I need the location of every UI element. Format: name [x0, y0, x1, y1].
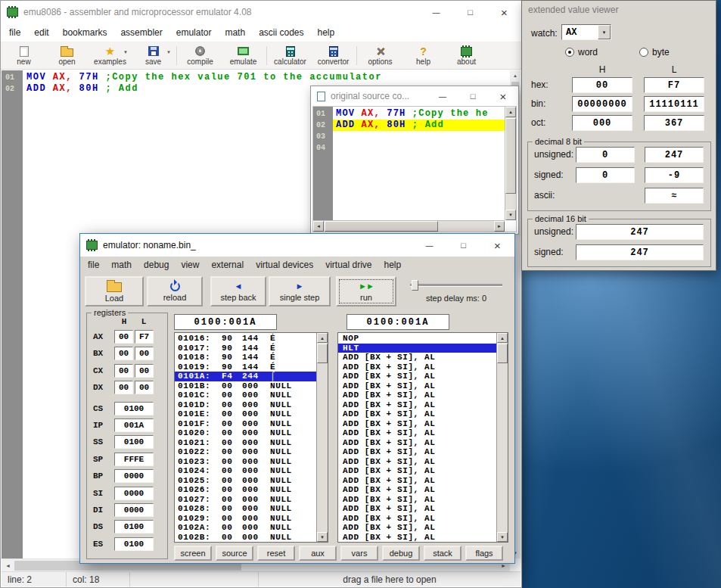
- source-code-area[interactable]: MOV AX, 77H ;Copy the heADD AX, 80H ; Ad…: [333, 107, 505, 220]
- help-button[interactable]: ?help: [402, 43, 445, 68]
- scroll-up-icon[interactable]: ▲: [317, 333, 328, 343]
- register-h-value[interactable]: 00: [114, 330, 133, 344]
- load-button[interactable]: Load: [85, 276, 144, 306]
- close-button[interactable]: ×: [487, 1, 521, 23]
- compile-button[interactable]: compile: [179, 43, 222, 68]
- disassembly-row[interactable]: ADD [BX + SI], AL: [338, 381, 496, 391]
- disassembly-row[interactable]: ADD [BX + SI], AL: [338, 438, 496, 448]
- panel-button[interactable]: debug: [382, 546, 420, 561]
- scrollbar-thumb[interactable]: [325, 221, 438, 232]
- menu-item[interactable]: edit: [27, 25, 55, 40]
- register-value[interactable]: 0100: [114, 402, 154, 415]
- register-value[interactable]: 0000: [114, 469, 154, 483]
- register-value[interactable]: 001A: [114, 418, 154, 432]
- menu-item[interactable]: help: [311, 25, 342, 40]
- register-value[interactable]: 0100: [114, 520, 154, 534]
- menu-item[interactable]: external: [205, 258, 250, 272]
- reload-button[interactable]: reload: [147, 276, 203, 306]
- register-l-value[interactable]: 00: [135, 381, 154, 394]
- scroll-left-icon[interactable]: ◄: [313, 221, 324, 232]
- menu-item[interactable]: assembler: [113, 25, 169, 40]
- disassembly-row[interactable]: ADD [BX + SI], AL: [338, 400, 496, 410]
- disassembly-list[interactable]: NOP HLT ADD [BX + SI], AL ADD [BX + SI],…: [337, 332, 508, 543]
- minimize-button[interactable]: —: [412, 234, 446, 257]
- memory-row[interactable]: 01026:00000NULL: [175, 485, 316, 495]
- maximize-button[interactable]: □: [458, 86, 488, 106]
- memory-row[interactable]: 01025:00000NULL: [175, 476, 316, 486]
- source-vertical-scrollbar[interactable]: ▲ ▼: [505, 107, 516, 220]
- scroll-right-icon[interactable]: ►: [494, 221, 505, 232]
- disassembly-row[interactable]: ADD [BX + SI], AL: [338, 485, 496, 495]
- panel-button[interactable]: source: [216, 546, 253, 561]
- register-l-value[interactable]: F7: [135, 330, 154, 344]
- memory-row[interactable]: 0102B:00000NULL: [175, 533, 316, 543]
- disassembly-row[interactable]: ADD [BX + SI], AL: [338, 533, 496, 543]
- menu-item[interactable]: bookmarks: [56, 25, 114, 40]
- menu-item[interactable]: file: [2, 25, 27, 40]
- emulate-button[interactable]: emulate: [222, 43, 265, 68]
- scrollbar-thumb[interactable]: [497, 344, 508, 363]
- scroll-down-icon[interactable]: ▼: [505, 210, 516, 220]
- close-button[interactable]: ×: [480, 234, 514, 257]
- step-back-button[interactable]: ◄ step back: [210, 276, 266, 306]
- memory-scrollbar[interactable]: ▲ ▼: [316, 333, 328, 542]
- memory-row[interactable]: 01019:90144É: [175, 362, 316, 372]
- disassembly-row[interactable]: ADD [BX + SI], AL: [338, 447, 496, 457]
- memory-row[interactable]: 01020:00000NULL: [175, 428, 316, 438]
- menu-item[interactable]: debug: [138, 258, 175, 272]
- disassembly-row[interactable]: ADD [BX + SI], AL: [338, 409, 496, 419]
- slider-thumb[interactable]: [412, 280, 418, 291]
- memory-list[interactable]: 01016:90144É 01017:90144É 01018:90144É 0…: [174, 332, 328, 543]
- new-button[interactable]: new: [2, 43, 45, 68]
- register-value[interactable]: FFFE: [114, 453, 154, 466]
- scroll-down-icon[interactable]: ▼: [317, 532, 328, 542]
- memory-address-input[interactable]: 0100:001A: [174, 314, 277, 330]
- menu-item[interactable]: file: [82, 258, 105, 272]
- menu-item[interactable]: ascii codes: [252, 25, 310, 40]
- panel-button[interactable]: vars: [340, 546, 378, 561]
- register-h-value[interactable]: 00: [114, 364, 133, 378]
- maximize-button[interactable]: □: [446, 234, 480, 257]
- disassembly-row[interactable]: ADD [BX + SI], AL: [338, 353, 496, 362]
- memory-row[interactable]: 01016:90144É: [175, 334, 316, 344]
- panel-button[interactable]: stack: [424, 546, 462, 561]
- dropdown-arrow-icon[interactable]: ▼: [598, 25, 611, 39]
- maximize-button[interactable]: □: [453, 1, 487, 23]
- examples-button[interactable]: ★▼examples: [89, 43, 132, 68]
- open-button[interactable]: open: [45, 43, 89, 68]
- menu-item[interactable]: math: [218, 25, 252, 40]
- memory-row[interactable]: 0101A:F4244⌠: [175, 372, 316, 381]
- memory-row[interactable]: 01023:00000NULL: [175, 457, 316, 467]
- disassembly-row[interactable]: ADD [BX + SI], AL: [338, 457, 496, 467]
- radio-byte[interactable]: byte: [639, 47, 670, 58]
- menu-item[interactable]: help: [378, 258, 408, 272]
- scroll-down-icon[interactable]: ▼: [497, 532, 508, 542]
- panel-button[interactable]: aux: [299, 546, 337, 561]
- disassembly-row[interactable]: ADD [BX + SI], AL: [338, 372, 496, 381]
- watch-select[interactable]: AX ▼: [561, 24, 611, 40]
- run-button[interactable]: ►► run: [336, 276, 396, 306]
- scrollbar-thumb[interactable]: [505, 118, 516, 194]
- register-l-value[interactable]: 00: [135, 364, 154, 378]
- disassembly-row[interactable]: HLT: [338, 344, 496, 353]
- disassembly-row[interactable]: ADD [BX + SI], AL: [338, 362, 496, 372]
- disassembly-row[interactable]: NOP: [338, 334, 496, 344]
- disassembly-row[interactable]: ADD [BX + SI], AL: [338, 476, 496, 486]
- scroll-up-icon[interactable]: ▲: [505, 107, 516, 117]
- register-h-value[interactable]: 00: [114, 381, 133, 394]
- minimize-button[interactable]: —: [427, 86, 458, 106]
- about-button[interactable]: about: [445, 43, 488, 68]
- panel-button[interactable]: reset: [257, 546, 295, 561]
- register-h-value[interactable]: 00: [114, 347, 133, 360]
- disassembly-row[interactable]: ADD [BX + SI], AL: [338, 514, 496, 524]
- memory-row[interactable]: 01017:90144É: [175, 344, 316, 353]
- menu-item[interactable]: virtual drive: [319, 258, 378, 272]
- scroll-up-icon[interactable]: ▲: [510, 70, 521, 81]
- register-value[interactable]: 0100: [114, 435, 154, 449]
- close-button[interactable]: ×: [488, 86, 518, 106]
- source-horizontal-scrollbar[interactable]: ◄ ►: [313, 220, 505, 232]
- memory-row[interactable]: 0101B:00000NULL: [175, 381, 316, 391]
- disassembly-row[interactable]: ADD [BX + SI], AL: [338, 504, 496, 514]
- scroll-up-icon[interactable]: ▲: [497, 333, 508, 343]
- memory-row[interactable]: 0101D:00000NULL: [175, 400, 316, 410]
